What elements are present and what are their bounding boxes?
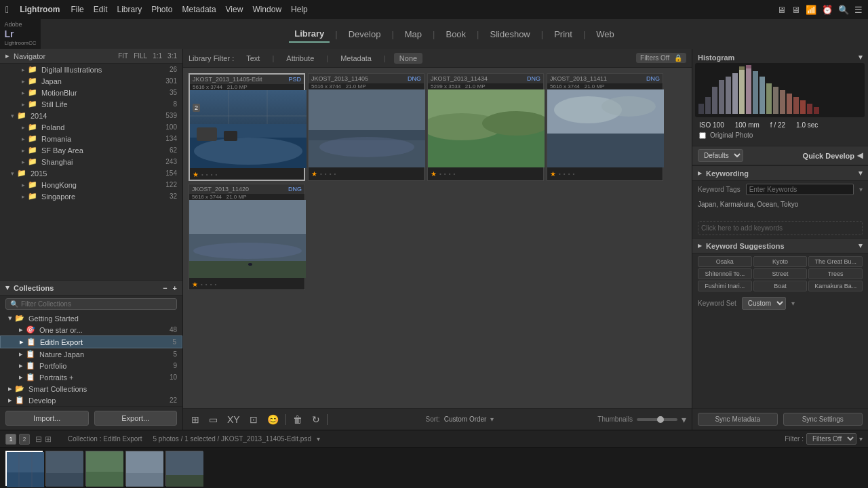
folder-row-digital-illustrations[interactable]: ▸ 📁 Digital Illustrations 26 [0, 64, 182, 75]
menu-file[interactable]: File [71, 5, 83, 14]
filter-collections-input[interactable] [21, 300, 123, 308]
folder-row-shanghai[interactable]: ▸ 📁 Shanghai 243 [0, 156, 182, 167]
sync-metadata-button[interactable]: Sync Metadata [698, 413, 778, 426]
folder-row-japan[interactable]: ▸ 📁 Japan 301 [0, 75, 182, 87]
film-thumb-2[interactable] [45, 451, 83, 486]
thumbnail-slider[interactable] [637, 418, 677, 421]
filter-dropdown[interactable]: Filters Off [806, 433, 856, 445]
collection-item-getting-started[interactable]: ▾ 📂 Getting Started [0, 312, 182, 324]
keyword-tags-input[interactable] [746, 184, 854, 195]
page-btn-2[interactable]: 2 [19, 434, 30, 445]
menu-view[interactable]: View [226, 5, 243, 14]
import-button[interactable]: Import... [5, 411, 89, 426]
filter-text[interactable]: Text [242, 53, 264, 64]
sort-chevron[interactable]: ▾ [490, 415, 494, 423]
film-thumb-1[interactable] [5, 451, 43, 486]
grid-view-btn[interactable]: ⊞ [189, 413, 202, 426]
search-icon[interactable]: 🔍 [838, 5, 849, 15]
nav-1-1[interactable]: 1:1 [153, 52, 162, 60]
tab-web[interactable]: Web [591, 26, 620, 42]
film-thumb-3[interactable] [85, 451, 123, 486]
dropdown-arrow-photo[interactable]: ▾ [317, 435, 320, 443]
apple-icon[interactable]:  [5, 4, 9, 15]
nav-fill[interactable]: FILL [134, 52, 147, 60]
kw-suggestion-osaka[interactable]: Osaka [698, 256, 752, 267]
expand-collections[interactable]: ▾ [5, 283, 9, 292]
folder-row-2014[interactable]: ▾ 📁 2014 539 [0, 110, 182, 121]
collection-item-develop[interactable]: ▸ 📋 Develop 22 [0, 394, 182, 406]
loupe-view-btn[interactable]: ▭ [206, 413, 220, 426]
menu-metadata[interactable]: Metadata [182, 5, 216, 14]
folder-row-romania[interactable]: ▸ 📁 Romania 134 [0, 133, 182, 144]
tab-slideshow[interactable]: Slideshow [485, 26, 536, 42]
folder-row-stilllife[interactable]: ▸ 📁 Still Life 8 [0, 98, 182, 110]
nav-next-arrow[interactable]: ⊞ [45, 434, 52, 444]
film-thumb-5[interactable] [165, 451, 203, 486]
filter-metadata[interactable]: Metadata [336, 53, 376, 64]
tab-print[interactable]: Print [549, 26, 578, 42]
filter-attribute[interactable]: Attribute [282, 53, 318, 64]
menu-icon[interactable]: ☰ [854, 5, 863, 15]
collection-item-nature-japan[interactable]: ▸ 📋 Nature Japan 5 [0, 348, 182, 360]
export-button[interactable]: Export... [94, 411, 178, 426]
menu-library[interactable]: Library [117, 5, 142, 14]
kw-suggestion-kamakura[interactable]: Kamakura Ba... [808, 281, 863, 291]
kw-suggestion-shitennoii[interactable]: Shitennoii Te... [698, 268, 752, 279]
film-thumb-4[interactable] [125, 451, 163, 486]
folder-row-motionblur[interactable]: ▸ 📁 MotionBlur 35 [0, 87, 182, 98]
photo-cell-2[interactable]: JKOST_2013_11405 DNG 5616 x 3744 21.0 MP [308, 73, 425, 181]
folder-row-sfbay[interactable]: ▸ 📁 SF Bay Area 62 [0, 144, 182, 156]
compare-btn[interactable]: XY [224, 413, 243, 426]
menu-window[interactable]: Window [252, 5, 281, 14]
keyword-set-label: Keyword Set [698, 300, 736, 307]
tab-map[interactable]: Map [399, 26, 427, 42]
tab-develop[interactable]: Develop [343, 26, 387, 42]
collections-minus[interactable]: − [163, 284, 167, 292]
collection-item-portraits[interactable]: ▸ 📋 Portraits + 10 [0, 371, 182, 383]
folder-row-singapore[interactable]: ▸ 📁 Singapore 32 [0, 190, 182, 202]
kw-suggestion-kyoto[interactable]: Kyoto [753, 256, 808, 267]
tab-library[interactable]: Library [289, 26, 330, 43]
kw-suggestion-street[interactable]: Street [753, 268, 808, 279]
photo-cell-1[interactable]: JKOST_2013_11405-Edit PSD 5616 x 3744 21… [189, 73, 305, 181]
tab-book[interactable]: Book [440, 26, 471, 42]
rotate-btn[interactable]: ↻ [309, 413, 323, 426]
filter-dropdown-arrow[interactable]: ▾ [859, 435, 863, 443]
keyword-tags-chevron[interactable]: ▾ [859, 186, 863, 193]
people-btn[interactable]: 😊 [264, 413, 281, 426]
photo-cell-3[interactable]: JKOST_2013_11434 DNG 5299 x 3533 21.0 MP [427, 73, 544, 181]
kw-suggestion-boat[interactable]: Boat [753, 281, 808, 291]
add-keywords-box[interactable]: Click here to add keywords [698, 221, 863, 235]
expand-panel-btn[interactable]: ▾ [682, 414, 686, 425]
keyword-set-select[interactable]: Custom [742, 297, 786, 310]
collection-item-smart-collections[interactable]: ▸ 📂 Smart Collections [0, 383, 182, 394]
nav-prev-arrow[interactable]: ⊟ [35, 434, 42, 444]
kw-suggestion-trees[interactable]: Trees [808, 268, 863, 279]
filters-off-button[interactable]: Filters Off 🔒 [636, 53, 686, 63]
menu-help[interactable]: Help [291, 5, 308, 14]
collections-plus[interactable]: + [173, 284, 177, 292]
sync-settings-button[interactable]: Sync Settings [783, 413, 863, 426]
nav-fit[interactable]: FIT [118, 52, 128, 60]
original-photo-checkbox[interactable] [699, 132, 706, 139]
defaults-select[interactable]: Defaults [698, 149, 743, 162]
folder-row-poland[interactable]: ▸ 📁 Poland 100 [0, 121, 182, 133]
expand-nature-japan: ▸ [19, 350, 23, 359]
kw-suggestion-greatbu[interactable]: The Great Bu... [808, 256, 863, 267]
nav-3-1[interactable]: 3:1 [167, 52, 177, 60]
menu-edit[interactable]: Edit [94, 5, 108, 14]
collection-item-portfolio[interactable]: ▸ 📋 Portfolio 9 [0, 360, 182, 371]
collection-item-editin-export[interactable]: ▸ 📋 EditIn Export 5 [0, 336, 182, 348]
menu-photo[interactable]: Photo [151, 5, 172, 14]
folder-row-2015[interactable]: ▾ 📁 2015 154 [0, 167, 182, 179]
folder-row-hongkong[interactable]: ▸ 📁 HongKong 122 [0, 179, 182, 190]
photo-cell-5[interactable]: JKOST_2013_11420 DNG 5616 x 3744 21.0 MP [189, 184, 305, 290]
photo-cell-4[interactable]: JKOST_2013_11411 DNG 5616 x 3744 21.0 MP [547, 73, 663, 181]
collection-item-one-star[interactable]: ▸ 🎯 One star or... 48 [0, 324, 182, 336]
survey-btn[interactable]: ⊡ [247, 413, 260, 426]
kw-suggestion-fushimi[interactable]: Fushimi Inari... [698, 281, 752, 291]
delete-btn[interactable]: 🗑 [290, 413, 305, 426]
page-btn-1[interactable]: 1 [5, 434, 16, 445]
sort-value[interactable]: Custom Order [444, 415, 487, 423]
filter-none[interactable]: None [394, 53, 422, 64]
